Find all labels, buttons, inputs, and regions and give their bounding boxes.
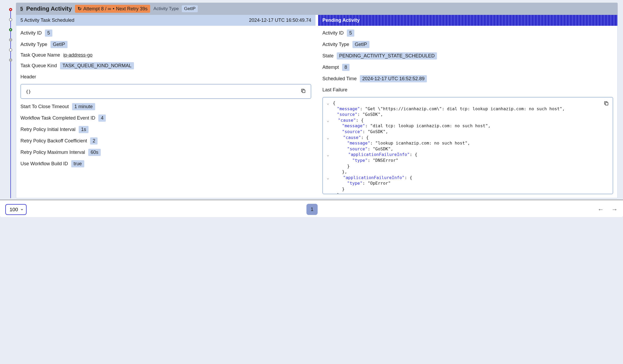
copy-icon[interactable] [301,88,306,95]
svg-rect-1 [605,103,608,105]
pending-panel-title: Pending Activity [322,18,360,23]
timeline-dot[interactable] [9,58,12,62]
event-title: Pending Activity [26,5,72,12]
svg-rect-0 [302,90,305,93]
expand-icon[interactable]: ⌄ [327,175,330,180]
event-number[interactable]: 5 [20,6,23,12]
timeline-dot[interactable] [9,38,12,41]
expand-icon[interactable]: ⌄ [327,100,330,105]
field-pending-activity-type: Activity Type GetIP [322,41,613,48]
event-header-bar: 5 Pending Activity ↻ Attempt 8 / ∞ • Nex… [16,3,618,15]
activity-type-label: Activity Type [153,6,179,11]
activity-type-value: GetIP [182,5,197,12]
field-retry-initial: Retry Policy Initial Interval 1s [20,126,311,133]
retry-attempt-text: Attempt 8 / ∞ [83,6,111,12]
timeline-dot[interactable] [9,28,12,31]
scheduled-panel: 5 Activity Task Scheduled 2024-12-17 UTC… [16,15,315,198]
field-task-queue-kind: Task Queue Kind TASK_QUEUE_KIND_NORMAL [20,62,311,69]
next-page-icon[interactable]: → [611,206,618,213]
field-attempt: Attempt 8 [322,64,613,71]
task-queue-link[interactable]: ip-address-go [63,52,92,58]
field-retry-max: Retry Policy Maximum Interval 60s [20,149,311,156]
retry-icon: ↻ [78,6,82,12]
field-activity-id: Activity ID 5 [20,29,311,37]
page-number[interactable]: 1 [306,204,318,215]
retry-badge: ↻ Attempt 8 / ∞ • Next Retry 39s [75,5,150,13]
page-size-select[interactable]: 100 [5,204,27,215]
field-start-to-close: Start To Close Timeout 1 minute [20,103,311,110]
field-use-wf-build: Use Workflow Build ID true [20,160,311,167]
event-timeline [5,3,16,198]
prev-page-icon[interactable]: ← [597,206,604,213]
expand-icon[interactable]: ⌄ [327,118,330,123]
header-value: {} [26,89,31,94]
field-activity-type: Activity Type GetIP [20,41,311,48]
field-pending-activity-id: Activity ID 5 [322,29,613,37]
scheduled-panel-timestamp: 2024-12-17 UTC 16:50:49.74 [249,18,311,23]
expand-icon[interactable]: ⌄ [327,135,330,140]
pending-panel: Pending Activity Activity ID 5 Activity … [318,15,617,198]
field-state: State PENDING_ACTIVITY_STATE_SCHEDULED [322,52,613,60]
header-label: Header [20,74,311,80]
timeline-dot[interactable] [9,18,12,21]
field-task-queue-name: Task Queue Name ip-address-go [20,52,311,58]
last-failure-label: Last Failure [322,87,613,93]
header-code-box: {} [20,84,311,99]
expand-icon[interactable]: ⌄ [327,152,330,157]
timeline-dot[interactable] [9,48,12,52]
scheduled-panel-title: 5 Activity Task Scheduled [20,18,74,23]
copy-icon[interactable] [604,101,609,108]
last-failure-json: ⌄ { "message": "Get \"https://icanhazip.… [322,97,613,194]
field-retry-backoff: Retry Policy Backoff Coefficient 2 [20,137,311,145]
field-wf-task-completed: Workflow Task Completed Event ID 4 [20,115,311,122]
pagination-footer: 100 1 ← → [0,200,623,217]
retry-next-text: Next Retry 39s [116,6,148,12]
timeline-dot-current[interactable] [9,8,12,11]
field-scheduled-time: Scheduled Time 2024-12-17 UTC 16:52:52.8… [322,75,613,82]
